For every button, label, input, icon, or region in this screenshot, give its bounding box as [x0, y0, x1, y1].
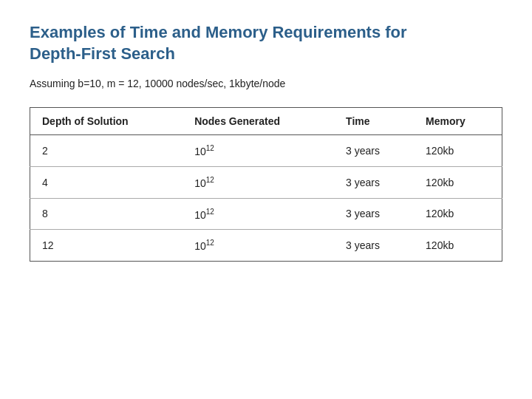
cell-memory: 120kb: [414, 230, 502, 262]
cell-nodes: 1012: [183, 198, 334, 230]
cell-depth: 2: [30, 135, 183, 167]
cell-depth: 8: [30, 198, 183, 230]
table-row: 8 1012 3 years 120kb: [30, 198, 502, 230]
col-header-time: Time: [334, 108, 414, 135]
cell-depth: 4: [30, 166, 183, 198]
cell-time: 3 years: [334, 166, 414, 198]
col-header-memory: Memory: [414, 108, 502, 135]
col-header-depth: Depth of Solution: [30, 108, 183, 135]
requirements-table: Depth of Solution Nodes Generated Time M…: [30, 107, 502, 262]
col-header-nodes: Nodes Generated: [183, 108, 334, 135]
cell-nodes: 1012: [183, 230, 334, 262]
cell-depth: 12: [30, 230, 183, 262]
cell-memory: 120kb: [414, 135, 502, 167]
table-row: 12 1012 3 years 120kb: [30, 230, 502, 262]
table-row: 4 1012 3 years 120kb: [30, 166, 502, 198]
page-title: Examples of Time and Memory Requirements…: [30, 22, 502, 64]
cell-time: 3 years: [334, 230, 414, 262]
cell-nodes: 1012: [183, 135, 334, 167]
cell-memory: 120kb: [414, 166, 502, 198]
table-row: 2 1012 3 years 120kb: [30, 135, 502, 167]
cell-nodes: 1012: [183, 166, 334, 198]
cell-time: 3 years: [334, 198, 414, 230]
cell-memory: 120kb: [414, 198, 502, 230]
cell-time: 3 years: [334, 135, 414, 167]
assumption-text: Assuming b=10, m = 12, 10000 nodes/sec, …: [30, 78, 502, 89]
